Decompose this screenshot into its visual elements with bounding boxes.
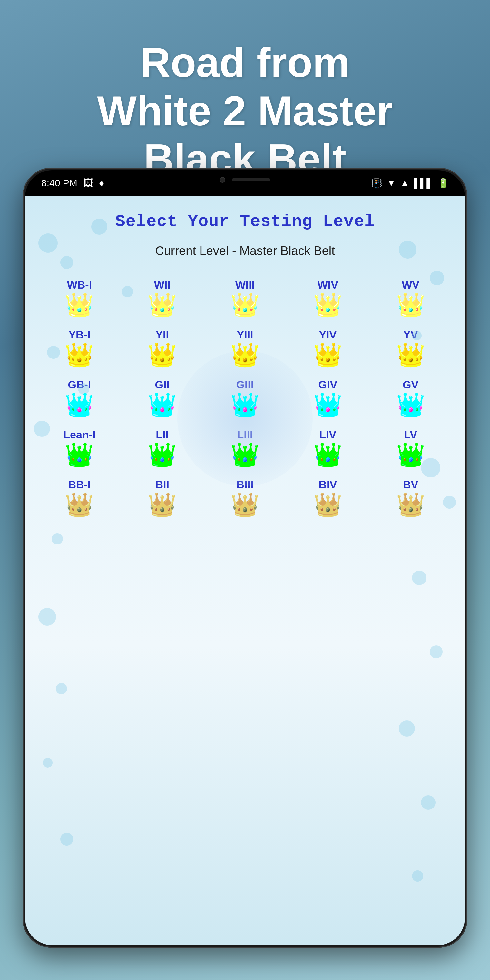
crown-icon: 👑 <box>148 393 177 416</box>
belt-item-yii[interactable]: YII👑 <box>133 328 191 366</box>
belt-label: WV <box>402 278 419 291</box>
belt-item-gv[interactable]: GV👑 <box>382 379 440 416</box>
belt-item-gb-i[interactable]: GB-I👑 <box>50 379 108 416</box>
belt-label: Lean-I <box>63 428 95 441</box>
belt-label: YB-I <box>68 328 90 341</box>
phone-notch <box>193 173 297 187</box>
crown-icon: 👑 <box>396 293 425 316</box>
belt-item-liii[interactable]: LIII👑 <box>216 428 274 466</box>
belt-item-lean-i[interactable]: Lean-I👑 <box>50 428 108 466</box>
belt-label: GB-I <box>68 379 91 391</box>
crown-icon: 👑 <box>396 343 425 366</box>
crown-icon: 👑 <box>148 493 177 516</box>
belt-label: LII <box>156 428 169 441</box>
belt-label: BB-I <box>68 478 91 491</box>
crown-icon: 👑 <box>65 293 94 316</box>
belt-label: YV <box>403 328 418 341</box>
belt-item-bb-i[interactable]: BB-I👑 <box>50 478 108 516</box>
wifi-icon: ▲ <box>400 178 409 188</box>
belt-item-giv[interactable]: GIV👑 <box>299 379 357 416</box>
phone-frame: 8:40 PM 🖼 ● 📳 ▼ ▲ ▌▌▌ 🔋 <box>22 168 468 948</box>
belt-label: WB-I <box>67 278 92 291</box>
crown-icon: 👑 <box>396 393 425 416</box>
belt-item-wv[interactable]: WV👑 <box>382 278 440 316</box>
crown-icon: 👑 <box>396 443 425 466</box>
camera-dot <box>220 177 225 183</box>
belt-item-gii[interactable]: GII👑 <box>133 379 191 416</box>
crown-icon: 👑 <box>65 393 94 416</box>
hero-line1: Road from <box>13 39 477 87</box>
screen-content: Select Your Testing Level Current Level … <box>25 196 465 945</box>
status-image-icon: 🖼 <box>83 178 93 189</box>
crown-icon: 👑 <box>65 443 94 466</box>
belt-label: YIII <box>237 328 253 341</box>
crown-icon: 👑 <box>231 393 259 416</box>
screen-title: Select Your Testing Level <box>25 196 465 238</box>
belt-item-wiii[interactable]: WIII👑 <box>216 278 274 316</box>
belt-label: LIII <box>237 428 253 441</box>
belt-grid: WB-I👑WII👑WIII👑WIV👑WV👑YB-I👑YII👑YIII👑YIV👑Y… <box>25 271 465 524</box>
belt-row-yellow: YB-I👑YII👑YIII👑YIV👑YV👑 <box>38 324 452 371</box>
belt-item-bii[interactable]: BII👑 <box>133 478 191 516</box>
crown-icon: 👑 <box>65 343 94 366</box>
crown-icon: 👑 <box>231 343 259 366</box>
dropdown-icon: ▼ <box>387 178 396 188</box>
belt-label: BIII <box>237 478 254 491</box>
status-left: 8:40 PM 🖼 ● <box>41 178 105 189</box>
signal-icon: ▌▌▌ <box>414 178 433 188</box>
speaker-bar <box>232 178 270 181</box>
belt-label: GIV <box>318 379 337 391</box>
crown-icon: 👑 <box>396 493 425 516</box>
current-level: Current Level - Master Black Belt <box>25 238 465 271</box>
belt-item-lii[interactable]: LII👑 <box>133 428 191 466</box>
belt-label: BIV <box>318 478 337 491</box>
crown-icon: 👑 <box>313 443 342 466</box>
hero-line2: White 2 Master <box>13 87 477 135</box>
belt-label: BII <box>155 478 169 491</box>
belt-item-bv[interactable]: BV👑 <box>382 478 440 516</box>
belt-item-biii[interactable]: BIII👑 <box>216 478 274 516</box>
belt-item-liv[interactable]: LIV👑 <box>299 428 357 466</box>
belt-item-yiii[interactable]: YIII👑 <box>216 328 274 366</box>
status-dot: ● <box>99 178 105 189</box>
belt-label: WIII <box>235 278 255 291</box>
belt-label: BV <box>403 478 418 491</box>
crown-icon: 👑 <box>313 493 342 516</box>
crown-icon: 👑 <box>231 493 259 516</box>
belt-row-green: GB-I👑GII👑GIII👑GIV👑GV👑 <box>38 374 452 421</box>
crown-icon: 👑 <box>65 493 94 516</box>
crown-icon: 👑 <box>231 293 259 316</box>
belt-item-yiv[interactable]: YIV👑 <box>299 328 357 366</box>
belt-row-lean: Lean-I👑LII👑LIII👑LIV👑LV👑 <box>38 424 452 471</box>
belt-item-giii[interactable]: GIII👑 <box>216 379 274 416</box>
belt-row-black: BB-I👑BII👑BIII👑BIV👑BV👑 <box>38 474 452 520</box>
belt-item-wb-i[interactable]: WB-I👑 <box>50 278 108 316</box>
crown-icon: 👑 <box>313 343 342 366</box>
crown-icon: 👑 <box>313 393 342 416</box>
belt-item-yb-i[interactable]: YB-I👑 <box>50 328 108 366</box>
hero-title: Road from White 2 Master Black Belt <box>13 39 477 183</box>
belt-label: LIV <box>319 428 336 441</box>
belt-label: YII <box>155 328 169 341</box>
crown-icon: 👑 <box>313 293 342 316</box>
belt-item-yv[interactable]: YV👑 <box>382 328 440 366</box>
crown-icon: 👑 <box>148 293 177 316</box>
belt-row-white: WB-I👑WII👑WIII👑WIV👑WV👑 <box>38 274 452 321</box>
belt-item-lv[interactable]: LV👑 <box>382 428 440 466</box>
status-right: 📳 ▼ ▲ ▌▌▌ 🔋 <box>371 178 449 189</box>
phone-inner: 8:40 PM 🖼 ● 📳 ▼ ▲ ▌▌▌ 🔋 <box>25 170 465 945</box>
belt-item-wii[interactable]: WII👑 <box>133 278 191 316</box>
belt-item-wiv[interactable]: WIV👑 <box>299 278 357 316</box>
belt-item-biv[interactable]: BIV👑 <box>299 478 357 516</box>
belt-label: YIV <box>319 328 337 341</box>
vibrate-icon: 📳 <box>371 178 382 189</box>
crown-icon: 👑 <box>148 443 177 466</box>
belt-label: GV <box>402 379 418 391</box>
battery-icon: 🔋 <box>438 178 449 189</box>
belt-label: WII <box>154 278 170 291</box>
status-time: 8:40 PM <box>41 178 77 189</box>
crown-icon: 👑 <box>148 343 177 366</box>
belt-label: GIII <box>236 379 254 391</box>
belt-label: WIV <box>318 278 338 291</box>
belt-label: LV <box>404 428 417 441</box>
